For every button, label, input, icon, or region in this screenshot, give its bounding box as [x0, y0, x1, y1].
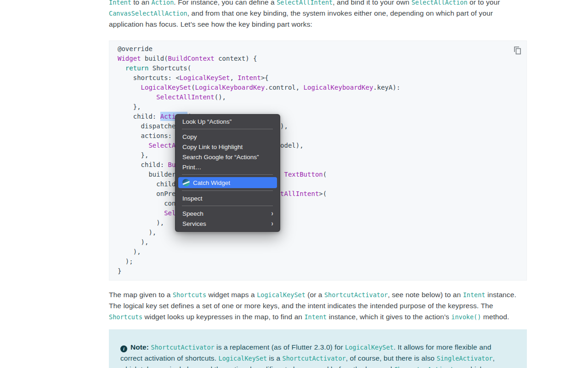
text-segment: , which [461, 365, 484, 368]
text-segment: , [492, 354, 494, 362]
code-token: child: [118, 113, 160, 120]
code-token: }, [118, 151, 148, 159]
code-line: shortcuts: <LogicalKeySet, Intent>{ [118, 73, 526, 83]
code-token: LogicalKeySet [180, 74, 230, 81]
menu-item-copy-link-to-highlight[interactable]: Copy Link to Highlight [175, 142, 280, 152]
menu-item-search-google[interactable]: Search Google for “Actions” [175, 152, 280, 162]
code-line: @override [118, 44, 526, 54]
inline-code: ShortcutActivator [283, 355, 346, 362]
menu-item-label: Copy Link to Highlight [182, 144, 243, 150]
text-segment: , and bind it to your own [333, 0, 411, 6]
code-line: Widget build(BuildContext context) { [118, 54, 526, 63]
note-box: iNote: ShortcutActivator is a replacemen… [109, 329, 527, 368]
body-paragraph: The map given to a Shortcuts widget maps… [109, 289, 550, 322]
text-segment: is a [267, 354, 282, 362]
code-token: .keyA): [373, 84, 400, 91]
code-line: ); [118, 257, 526, 266]
menu-item-copy[interactable]: Copy [175, 132, 280, 142]
code-token: LogicalKeySet [141, 84, 192, 91]
menu-separator [182, 174, 273, 175]
text-segment: widget maps a [206, 291, 257, 299]
text-segment: to an [131, 0, 152, 6]
submenu-chevron-icon: › [271, 210, 273, 217]
text-segment: The map given to a [109, 291, 173, 299]
menu-item-print[interactable]: Print… [175, 162, 280, 172]
code-line: ), [118, 247, 526, 257]
text-segment: correct activation of shortcuts. [120, 354, 219, 362]
menu-item-speech[interactable]: Speech› [175, 208, 280, 218]
code-token [118, 209, 164, 217]
menu-separator [182, 129, 273, 129]
code-line: } [118, 266, 526, 276]
code-block: @overrideWidget build(BuildContext conte… [109, 40, 527, 281]
code-token [118, 142, 148, 149]
menu-item-services[interactable]: Services› [175, 218, 280, 229]
code-token: ( [323, 171, 327, 178]
menu-item-label: Copy [182, 133, 197, 140]
inline-code: SelectAllAction [412, 0, 468, 6]
inline-code: Shortcuts [109, 313, 142, 321]
code-token: Shortcuts( [148, 64, 191, 72]
inline-code: SingleActivator [437, 355, 493, 362]
code-token: return [125, 64, 149, 72]
code-token: context) { [215, 55, 257, 62]
inline-code: SelectAllIntent [277, 0, 333, 6]
menu-item-inspect[interactable]: Inspect [175, 193, 280, 203]
info-icon: i [120, 345, 127, 352]
code-token [118, 93, 156, 101]
code-line: SelectAllIntent(), [118, 92, 526, 102]
code-token: SelectAllIntent [156, 93, 214, 101]
menu-item-look-up[interactable]: Look Up “Actions” [175, 116, 280, 126]
code-token: TextButton [284, 171, 322, 178]
code-token: LogicalKeyboardKey [304, 84, 373, 91]
menu-separator [182, 206, 273, 206]
inline-code: ShortcutActivator [324, 291, 388, 299]
code-token: ), [118, 238, 148, 246]
text-segment: or to your [468, 0, 500, 6]
code-token: Intent [237, 74, 261, 81]
context-menu: Look Up “Actions”CopyCopy Link to Highli… [175, 114, 280, 232]
code-token: ), [118, 248, 141, 255]
inline-code: CharacterActivator [394, 366, 461, 368]
code-line: }, [118, 102, 526, 112]
code-token: , [230, 74, 237, 81]
code-token: (), [215, 93, 226, 101]
inline-code: LogicalKeySet [257, 291, 305, 299]
text-segment: , see note below) to an [388, 291, 463, 299]
text-segment: . For instance, you can define a [174, 0, 277, 6]
intro-paragraph: Intent to an Action. For instance, you c… [109, 0, 550, 30]
code-token: ), [118, 229, 156, 236]
menu-item-catch-widget[interactable]: Catch Widget [178, 177, 277, 188]
code-token [118, 64, 125, 72]
copy-code-button[interactable] [510, 43, 524, 57]
menu-separator [182, 190, 273, 191]
code-token: >( [319, 190, 327, 197]
inline-code: ShortcutActivator [151, 344, 215, 351]
inline-code: CanvasSelectAllAction [109, 10, 187, 17]
submenu-chevron-icon: › [271, 220, 273, 227]
code-token: ); [118, 258, 133, 265]
text-segment: , and from that one key binding, the sys… [187, 9, 493, 17]
code-token: child: [118, 161, 168, 168]
text-segment: which takes a single key and the optiona… [120, 365, 394, 368]
inline-code: Intent [109, 0, 131, 6]
inline-code: Shortcuts [173, 291, 206, 299]
text-segment: (or a [305, 291, 324, 299]
code-line: return Shortcuts( [118, 63, 526, 73]
code-token: } [118, 267, 121, 275]
copy-icon [513, 46, 522, 55]
inline-code: Intent [304, 313, 327, 321]
code-token: child: [118, 180, 183, 188]
code-token: actions: < [118, 132, 180, 139]
code-token: ( [191, 84, 195, 91]
text-segment: instance, which it gives to the action’s [327, 313, 451, 321]
code-line: LogicalKeySet(LogicalKeyboardKey.control… [118, 83, 526, 92]
menu-item-label: Speech [182, 210, 204, 217]
text-segment: The logical key set defines a set of one… [109, 302, 493, 310]
text-segment: instance. [485, 291, 516, 299]
text-segment: application has focus. Let’s see how the… [109, 20, 312, 28]
code-token: >{ [261, 74, 269, 81]
text-segment: . It allows for more flexible and [394, 343, 492, 351]
inline-code: Action [152, 0, 174, 6]
code-token: }, [118, 103, 141, 110]
